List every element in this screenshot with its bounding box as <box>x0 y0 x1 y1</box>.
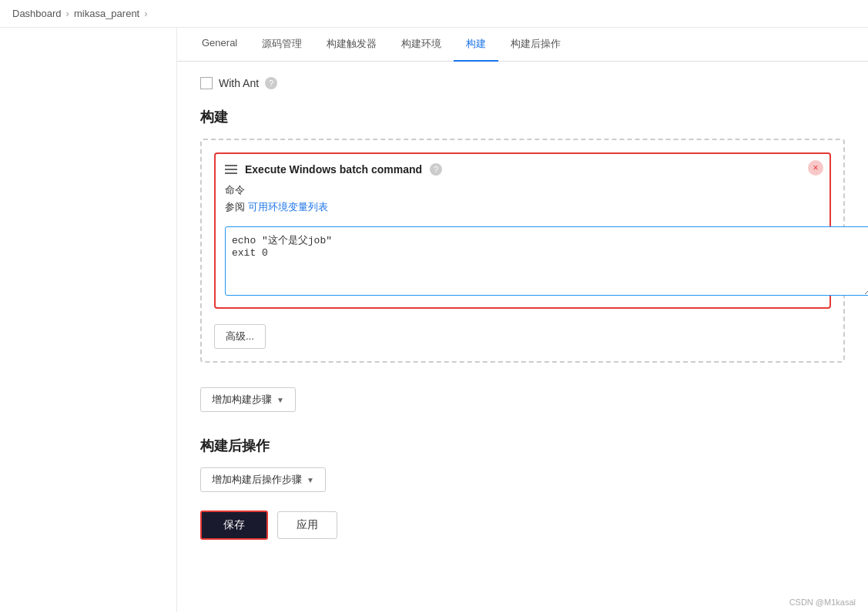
env-ref-text: 参阅 <box>225 201 245 213</box>
tab-source[interactable]: 源码管理 <box>250 28 314 62</box>
add-step-button[interactable]: 增加构建步骤 ▼ <box>200 387 296 412</box>
tab-triggers[interactable]: 构建触发器 <box>314 28 389 62</box>
build-section: 构建 Execute Windows batch command ? <box>200 108 845 437</box>
add-step-dropdown-icon: ▼ <box>276 396 284 404</box>
breadcrumb-project[interactable]: mikasa_parent <box>74 8 139 19</box>
advanced-button[interactable]: 高级... <box>214 324 266 349</box>
action-row: 保存 应用 <box>200 511 845 540</box>
env-ref-row: 参阅 可用环境变量列表 <box>225 200 820 220</box>
add-step-label: 增加构建步骤 <box>212 393 272 407</box>
command-card-header: Execute Windows batch command ? <box>225 163 820 176</box>
command-card-title: Execute Windows batch command <box>245 163 422 176</box>
drag-handle-icon[interactable] <box>225 165 237 174</box>
command-help-icon[interactable]: ? <box>430 163 442 176</box>
command-close-button[interactable]: × <box>808 160 823 176</box>
add-post-dropdown-icon: ▼ <box>307 476 314 484</box>
tab-general[interactable]: General <box>189 28 250 62</box>
apply-button[interactable]: 应用 <box>277 511 337 539</box>
panel: General 源码管理 构建触发器 构建环境 构建 构建后操作 With An… <box>177 28 868 612</box>
sidebar <box>0 28 177 612</box>
build-section-title: 构建 <box>200 108 845 126</box>
with-ant-help-icon[interactable]: ? <box>265 77 277 89</box>
post-build-section: 构建后操作 增加构建后操作步骤 ▼ <box>200 437 845 511</box>
panel-body: With Ant ? 构建 <box>177 62 868 567</box>
command-card: Execute Windows batch command ? × 命令 参阅 … <box>214 152 831 309</box>
breadcrumb-sep-1: › <box>66 8 69 19</box>
breadcrumb: Dashboard › mikasa_parent › <box>0 0 868 28</box>
with-ant-label: With Ant <box>219 77 259 89</box>
with-ant-row: With Ant ? <box>200 77 845 89</box>
with-ant-checkbox[interactable] <box>200 77 213 89</box>
add-post-build-button[interactable]: 增加构建后操作步骤 ▼ <box>200 467 326 492</box>
save-button[interactable]: 保存 <box>200 511 268 540</box>
build-steps-area: Execute Windows batch command ? × 命令 参阅 … <box>200 139 845 363</box>
command-label: 命令 <box>225 183 820 197</box>
env-link[interactable]: 可用环境变量列表 <box>248 200 328 214</box>
tab-build[interactable]: 构建 <box>454 28 498 62</box>
watermark: CSDN @M1kasal <box>789 598 856 607</box>
add-post-build-label: 增加构建后操作步骤 <box>212 473 302 487</box>
tabs-bar: General 源码管理 构建触发器 构建环境 构建 构建后操作 <box>177 28 868 62</box>
command-textarea[interactable]: echo "这个是父job" exit 0 <box>225 226 868 296</box>
breadcrumb-dashboard[interactable]: Dashboard <box>12 8 62 19</box>
command-textarea-wrapper: echo "这个是父job" exit 0 2、只添加windows命令 <box>225 226 820 298</box>
post-build-title: 构建后操作 <box>200 437 845 455</box>
tab-env[interactable]: 构建环境 <box>389 28 454 62</box>
breadcrumb-sep-2: › <box>144 8 147 19</box>
tab-post-build[interactable]: 构建后操作 <box>498 28 573 62</box>
